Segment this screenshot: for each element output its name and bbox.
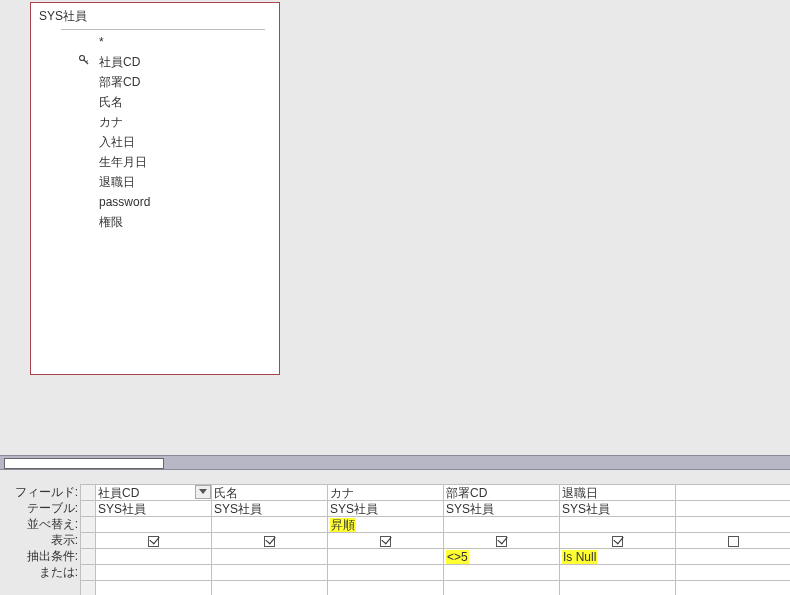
show-cell[interactable] xyxy=(212,533,328,549)
show-cell[interactable] xyxy=(328,533,444,549)
table-cell[interactable]: SYS社員 xyxy=(328,501,444,517)
field-star[interactable]: * xyxy=(99,32,279,52)
show-cell[interactable] xyxy=(676,533,791,549)
field-list: *社員CD部署CD氏名カナ入社日生年月日退職日password権限 xyxy=(31,32,279,232)
show-checkbox[interactable] xyxy=(264,536,275,547)
label-field: フィールド: xyxy=(0,484,80,500)
field-cell[interactable]: 退職日 xyxy=(560,485,676,501)
row-selector[interactable] xyxy=(81,581,96,596)
empty-cell[interactable] xyxy=(212,581,328,596)
field-item[interactable]: 入社日 xyxy=(99,132,279,152)
criteria-cell[interactable] xyxy=(676,549,791,565)
show-cell[interactable] xyxy=(560,533,676,549)
show-cell[interactable] xyxy=(96,533,212,549)
field-cell[interactable] xyxy=(676,485,791,501)
row-labels: フィールド: テーブル: 並べ替え: 表示: 抽出条件: または: xyxy=(0,470,80,595)
table-cell[interactable]: SYS社員 xyxy=(560,501,676,517)
field-cell[interactable]: 氏名 xyxy=(212,485,328,501)
sort-cell[interactable] xyxy=(212,517,328,533)
empty-cell[interactable] xyxy=(96,581,212,596)
or-cell[interactable] xyxy=(212,565,328,581)
empty-cell[interactable] xyxy=(444,581,560,596)
field-item[interactable]: カナ xyxy=(99,112,279,132)
show-checkbox[interactable] xyxy=(612,536,623,547)
criteria-cell[interactable] xyxy=(212,549,328,565)
show-checkbox[interactable] xyxy=(496,536,507,547)
field-item[interactable]: 退職日 xyxy=(99,172,279,192)
table-cell[interactable]: SYS社員 xyxy=(444,501,560,517)
row-selector[interactable] xyxy=(81,533,96,549)
field-cell[interactable]: 部署CD xyxy=(444,485,560,501)
field-cell[interactable]: 社員CD xyxy=(96,485,212,501)
field-item[interactable]: 権限 xyxy=(99,212,279,232)
criteria-cell[interactable] xyxy=(328,549,444,565)
design-grid-body: 社員CD氏名カナ部署CD退職日SYS社員SYS社員SYS社員SYS社員SYS社員… xyxy=(81,485,791,596)
row-selector[interactable] xyxy=(81,565,96,581)
table-box[interactable]: SYS社員 *社員CD部署CD氏名カナ入社日生年月日退職日password権限 xyxy=(30,2,280,375)
sort-cell[interactable] xyxy=(96,517,212,533)
sort-cell[interactable]: 昇順 xyxy=(328,517,444,533)
field-cell[interactable]: カナ xyxy=(328,485,444,501)
pane-splitter[interactable] xyxy=(0,455,790,470)
sort-cell[interactable] xyxy=(444,517,560,533)
show-checkbox[interactable] xyxy=(148,536,159,547)
row-selector[interactable] xyxy=(81,485,96,501)
label-criteria: 抽出条件: xyxy=(0,548,80,564)
field-item[interactable]: 生年月日 xyxy=(99,152,279,172)
criteria-cell[interactable]: Is Null xyxy=(560,549,676,565)
empty-cell[interactable] xyxy=(676,581,791,596)
table-cell[interactable] xyxy=(676,501,791,517)
sort-cell[interactable] xyxy=(676,517,791,533)
field-item[interactable]: 社員CD xyxy=(99,52,279,72)
splitter-handle[interactable] xyxy=(4,458,164,469)
empty-cell[interactable] xyxy=(560,581,676,596)
dropdown-icon[interactable] xyxy=(195,485,211,499)
table-divider xyxy=(61,29,265,30)
svg-line-2 xyxy=(86,61,88,63)
label-show: 表示: xyxy=(0,532,80,548)
tables-pane: SYS社員 *社員CD部署CD氏名カナ入社日生年月日退職日password権限 xyxy=(0,0,790,455)
label-or: または: xyxy=(0,564,80,580)
show-checkbox[interactable] xyxy=(728,536,739,547)
table-cell[interactable]: SYS社員 xyxy=(96,501,212,517)
or-cell[interactable] xyxy=(96,565,212,581)
or-cell[interactable] xyxy=(444,565,560,581)
row-selector[interactable] xyxy=(81,549,96,565)
show-cell[interactable] xyxy=(444,533,560,549)
or-cell[interactable] xyxy=(560,565,676,581)
criteria-cell[interactable] xyxy=(96,549,212,565)
table-cell[interactable]: SYS社員 xyxy=(212,501,328,517)
row-selector[interactable] xyxy=(81,517,96,533)
criteria-cell[interactable]: <>5 xyxy=(444,549,560,565)
show-checkbox[interactable] xyxy=(380,536,391,547)
or-cell[interactable] xyxy=(676,565,791,581)
field-item[interactable]: 氏名 xyxy=(99,92,279,112)
primary-key-icon xyxy=(79,55,89,65)
empty-cell[interactable] xyxy=(328,581,444,596)
svg-line-1 xyxy=(84,60,89,65)
row-selector[interactable] xyxy=(81,501,96,517)
or-cell[interactable] xyxy=(328,565,444,581)
table-title: SYS社員 xyxy=(31,3,279,29)
sort-cell[interactable] xyxy=(560,517,676,533)
label-sort: 並べ替え: xyxy=(0,516,80,532)
design-grid-wrapper: 社員CD氏名カナ部署CD退職日SYS社員SYS社員SYS社員SYS社員SYS社員… xyxy=(80,470,790,595)
field-item[interactable]: password xyxy=(99,192,279,212)
label-table: テーブル: xyxy=(0,500,80,516)
design-grid[interactable]: 社員CD氏名カナ部署CD退職日SYS社員SYS社員SYS社員SYS社員SYS社員… xyxy=(80,484,790,595)
design-grid-pane: フィールド: テーブル: 並べ替え: 表示: 抽出条件: または: 社員CD氏名… xyxy=(0,470,790,595)
field-item[interactable]: 部署CD xyxy=(99,72,279,92)
